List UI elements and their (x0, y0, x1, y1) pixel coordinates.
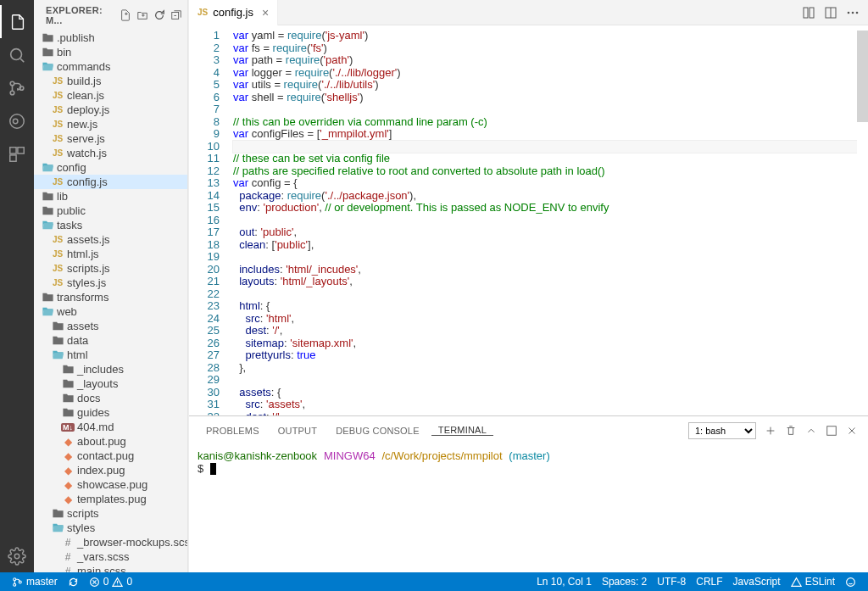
file-item[interactable]: JSserve.js (34, 131, 187, 146)
file-item[interactable]: #_vars.scss (34, 549, 187, 564)
file-item[interactable]: #_browser-mockups.scss (34, 535, 187, 549)
folder-item[interactable]: public (34, 204, 187, 218)
collapse-all-icon[interactable] (170, 9, 182, 21)
file-item[interactable]: JShtml.js (34, 247, 187, 261)
status-encoding[interactable]: UTF-8 (652, 576, 691, 588)
panel-up-icon[interactable] (805, 425, 817, 437)
activity-debug-icon[interactable] (0, 104, 34, 137)
status-problems[interactable]: 0 0 (84, 576, 137, 588)
activity-extensions-icon[interactable] (0, 137, 34, 170)
js-icon: JS (51, 262, 64, 276)
folder-item[interactable]: lib (34, 189, 187, 204)
close-panel-icon[interactable] (846, 425, 858, 437)
status-sync[interactable] (63, 577, 84, 588)
folder-item[interactable]: .publish (34, 31, 187, 45)
folder-item[interactable]: html (34, 348, 187, 362)
panel-tab-debug-console[interactable]: DEBUG CONSOLE (329, 426, 426, 436)
tree-item-label: .publish (57, 31, 95, 44)
file-item[interactable]: ◆contact.pug (34, 449, 187, 463)
sidebar-title: EXPLORER: M... (46, 5, 120, 25)
panel-tab-output[interactable]: OUTPUT (271, 426, 324, 436)
folder-item[interactable]: tasks (34, 218, 187, 232)
code-content[interactable]: var yaml = require('js-yaml')var fs = re… (230, 25, 868, 415)
svg-rect-11 (804, 8, 808, 18)
folder-item[interactable]: styles (34, 521, 187, 535)
status-branch[interactable]: master (7, 576, 63, 588)
file-item[interactable]: JSdeploy.js (34, 103, 187, 117)
new-terminal-icon[interactable] (765, 425, 776, 437)
close-icon[interactable]: × (262, 6, 269, 20)
folder-item[interactable]: docs (34, 391, 187, 405)
folder-item[interactable]: commands (34, 59, 187, 74)
folder-open-icon (51, 348, 64, 362)
status-spaces[interactable]: Spaces: 2 (597, 576, 652, 588)
folder-open-icon (41, 161, 54, 175)
panel-tab-terminal[interactable]: TERMINAL (431, 425, 493, 436)
activity-settings-icon[interactable] (0, 539, 34, 572)
folder-item[interactable]: bin (34, 45, 187, 59)
scrollbar[interactable] (857, 25, 868, 415)
file-item[interactable]: JSclean.js (34, 88, 187, 103)
folder-open-icon (41, 60, 54, 74)
file-item[interactable]: JSwatch.js (34, 146, 187, 160)
editor-tabbar: JS config.js × (189, 0, 868, 25)
svg-rect-17 (827, 426, 837, 435)
new-folder-icon[interactable] (136, 9, 148, 21)
tree-item-label: styles.js (67, 276, 106, 289)
refresh-icon[interactable] (153, 9, 165, 21)
pug-icon: ◆ (61, 435, 75, 449)
new-file-icon[interactable] (120, 9, 131, 21)
folder-item[interactable]: transforms (34, 290, 187, 304)
file-item[interactable]: JSscripts.js (34, 261, 187, 276)
tree-item-label: _browser-mockups.scss (77, 536, 187, 549)
file-item[interactable]: JSassets.js (34, 232, 187, 247)
js-icon: JS (51, 176, 64, 189)
folder-item[interactable]: _includes (34, 362, 187, 376)
pug-icon: ◆ (61, 493, 75, 506)
folder-item[interactable]: web (34, 304, 187, 319)
code-editor[interactable]: 1234567891011121314151617181920212223242… (189, 25, 868, 415)
more-icon[interactable] (846, 6, 860, 20)
compare-icon[interactable] (802, 6, 815, 20)
split-editor-icon[interactable] (824, 6, 837, 20)
explorer-sidebar: EXPLORER: M... .publishbincommandsJSbuil… (34, 0, 188, 572)
activity-explorer-icon[interactable] (0, 5, 34, 38)
activity-search-icon[interactable] (0, 38, 34, 71)
file-item[interactable]: JSconfig.js (34, 175, 187, 189)
tree-item-label: docs (77, 392, 100, 404)
file-tree[interactable]: .publishbincommandsJSbuild.jsJSclean.jsJ… (34, 31, 187, 572)
folder-item[interactable]: scripts (34, 506, 187, 521)
terminal-output[interactable]: kanis@kanishk-zenbook MINGW64 /c/Work/pr… (189, 444, 868, 572)
file-item[interactable]: JSstyles.js (34, 276, 187, 290)
kill-terminal-icon[interactable] (785, 425, 797, 437)
file-item[interactable]: ◆index.pug (34, 463, 187, 477)
file-item[interactable]: #main.scss (34, 564, 187, 572)
status-eslint[interactable]: ESLint (786, 576, 840, 588)
file-item[interactable]: JSbuild.js (34, 74, 187, 88)
file-item[interactable]: ◆showcase.pug (34, 477, 187, 492)
panel-tab-problems[interactable]: PROBLEMS (199, 426, 266, 436)
status-position[interactable]: Ln 10, Col 1 (531, 576, 597, 588)
folder-item[interactable]: assets (34, 319, 187, 333)
folder-item[interactable]: guides (34, 405, 187, 420)
file-item[interactable]: M↓404.md (34, 420, 187, 434)
file-item[interactable]: JSnew.js (34, 117, 187, 131)
file-item[interactable]: ◆about.pug (34, 434, 187, 449)
folder-icon (41, 291, 54, 304)
js-icon: JS (51, 248, 64, 261)
file-item[interactable]: ◆templates.pug (34, 492, 187, 506)
tree-item-label: lib (57, 190, 68, 203)
js-icon: JS (51, 233, 64, 247)
folder-item[interactable]: _layouts (34, 376, 187, 391)
status-language[interactable]: JavaScript (728, 576, 786, 588)
folder-item[interactable]: config (34, 160, 187, 175)
tree-item-label: _vars.scss (77, 550, 129, 563)
status-eol[interactable]: CRLF (691, 576, 727, 588)
folder-item[interactable]: data (34, 333, 187, 348)
activity-scm-icon[interactable] (0, 71, 34, 104)
status-feedback-icon[interactable] (840, 577, 861, 588)
editor-tab[interactable]: JS config.js × (189, 0, 278, 25)
maximize-panel-icon[interactable] (826, 425, 837, 437)
svg-point-2 (10, 91, 14, 95)
terminal-select[interactable]: 1: bash (688, 422, 756, 439)
